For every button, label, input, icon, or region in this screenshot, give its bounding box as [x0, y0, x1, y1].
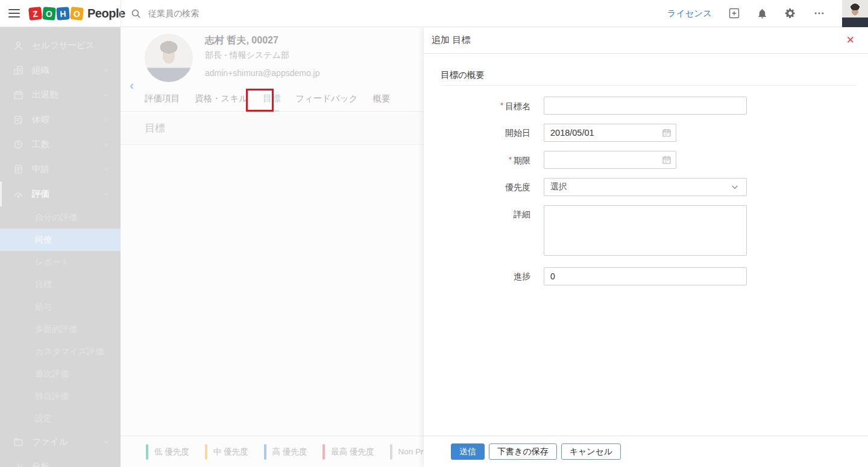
notifications-icon[interactable]	[756, 8, 768, 19]
license-link[interactable]: ライセンス	[667, 8, 712, 19]
field-label: 進捗	[424, 267, 530, 285]
required-asterisk: *	[509, 155, 512, 164]
priority-select[interactable]: 選択	[544, 178, 747, 196]
add-icon[interactable]	[728, 7, 740, 19]
sidebar-subitem[interactable]: 独自評価	[0, 385, 121, 407]
details-textarea[interactable]	[544, 205, 747, 256]
legend-item: 中 優先度	[205, 444, 248, 460]
topbar: ZOHO People ライセンス	[0, 0, 868, 27]
sidebar-item-label: 休暇	[32, 114, 49, 125]
sidebar-item[interactable]: 申請	[0, 157, 121, 182]
sidebar-subitem[interactable]: 目標	[0, 273, 121, 296]
sidebar-item[interactable]: セルフサービス	[0, 33, 121, 58]
priority-legend: 低 優先度中 優先度高 優先度最高 優先度Non Priority	[121, 436, 424, 467]
sidebar-subitem[interactable]: カスタマイズ評価	[0, 340, 121, 363]
sidebar-item[interactable]: 工数	[0, 132, 121, 157]
search-icon	[131, 8, 141, 19]
search-input[interactable]	[148, 8, 401, 18]
sidebar-item-label: ファイル	[32, 436, 68, 448]
tab[interactable]: 目標	[263, 86, 280, 112]
chevron-down-icon	[103, 67, 110, 74]
calendar-icon[interactable]	[662, 128, 671, 138]
sidebar-item-label: 申請	[32, 164, 49, 175]
logo-letter: Z	[28, 6, 42, 20]
goal-summary-heading: 目標の概要	[441, 69, 856, 86]
sidebar-item-label: 分析	[32, 461, 49, 467]
chevron-down-icon	[103, 92, 110, 98]
field-label: 開始日	[424, 124, 530, 142]
legend-item: 高 優先度	[264, 444, 307, 460]
zoho-people-logo[interactable]: ZOHO People	[29, 7, 121, 21]
employee-name: 志村 哲夫, 00027	[205, 34, 278, 47]
button[interactable]: キャンセル	[561, 443, 621, 460]
date-input[interactable]	[544, 151, 676, 169]
sidebar-item-label: 組織	[32, 65, 49, 76]
person-icon	[13, 40, 24, 51]
attendance-icon	[13, 90, 24, 101]
sidebar-subitem[interactable]: 設定	[0, 407, 121, 430]
field-control	[544, 205, 747, 258]
legend-item: 低 優先度	[146, 444, 189, 460]
sidebar-item-label: セルフサービス	[32, 40, 95, 51]
tab[interactable]: 資格・スキル	[195, 86, 248, 112]
files-icon	[13, 437, 24, 448]
hamburger-menu-icon[interactable]	[0, 0, 28, 27]
close-icon[interactable]: ✕	[846, 35, 855, 45]
building-icon	[13, 65, 24, 76]
field-control	[544, 151, 676, 169]
sidebar-item[interactable]: 分析	[0, 454, 121, 467]
field-label: *期限	[424, 151, 530, 169]
form-row: 優先度選択	[424, 178, 868, 196]
user-avatar[interactable]	[842, 0, 868, 27]
panel-title: 追加 目標	[432, 34, 470, 46]
legend-item: 最高 優先度	[322, 444, 374, 460]
form-row: 開始日	[424, 124, 868, 142]
employee-search	[121, 0, 422, 27]
chevron-down-icon	[103, 141, 110, 148]
timer-icon	[13, 139, 24, 150]
text-input[interactable]	[544, 267, 747, 285]
text-input[interactable]	[544, 97, 747, 115]
employee-goals-page: ‹ 志村 哲夫, 00027 部長 - 情報システム部 admin+shimur…	[121, 27, 424, 467]
topbar-actions: ライセンス	[667, 0, 868, 27]
date-input[interactable]	[544, 124, 676, 142]
calendar-icon[interactable]	[662, 155, 671, 165]
sidebar-item-label: 評価	[32, 188, 49, 200]
sidebar-item[interactable]: 組織	[0, 58, 121, 83]
submit-button[interactable]: 送信	[451, 443, 485, 460]
legend-color-bar	[264, 444, 266, 460]
logo-product-name: People	[87, 7, 125, 21]
legend-label: 中 優先度	[213, 446, 248, 457]
sidebar-subitem[interactable]: 給与	[0, 296, 121, 318]
legend-color-bar	[146, 444, 148, 460]
employee-role: 部長 - 情報システム部	[205, 50, 289, 61]
employee-email: admin+shimura@appsdemo.jp	[205, 68, 319, 78]
chevron-down-icon	[731, 183, 739, 191]
sidebar-subitem[interactable]: 自分の評価	[0, 206, 121, 229]
add-goal-panel: 追加 目標 ✕ 目標の概要 *目標名開始日*期限優先度選択詳細進捗 送信下書きの…	[424, 27, 868, 467]
tab[interactable]: フィードバック	[295, 86, 358, 112]
sidebar-item[interactable]: 出退勤	[0, 83, 121, 107]
sidebar-subitem[interactable]: レポート	[0, 251, 121, 273]
sidebar-item[interactable]: 休暇	[0, 107, 121, 132]
button[interactable]: 下書きの保存	[489, 443, 557, 460]
field-control	[544, 97, 747, 115]
more-icon[interactable]	[813, 7, 826, 19]
goal-form: *目標名開始日*期限優先度選択詳細進捗	[424, 97, 868, 285]
settings-icon[interactable]	[784, 7, 796, 19]
select-value: 選択	[550, 182, 567, 192]
chevron-down-icon	[103, 116, 110, 123]
field-label: 優先度	[424, 178, 530, 196]
sidebar-item[interactable]: 評価	[0, 182, 121, 206]
sidebar-item[interactable]: ファイル	[0, 430, 121, 454]
legend-label: 低 優先度	[154, 446, 189, 457]
panel-body: 目標の概要 *目標名開始日*期限優先度選択詳細進捗	[424, 54, 868, 436]
form-row: *期限	[424, 151, 868, 169]
tab[interactable]: 概要	[373, 86, 391, 112]
sidebar-subitem[interactable]: 同僚	[0, 229, 121, 251]
sidebar-subitem[interactable]: 多面的評価	[0, 318, 121, 340]
field-label: 詳細	[424, 205, 530, 258]
tab[interactable]: 評価項目	[145, 86, 180, 112]
sidebar-subitem[interactable]: 週次評価	[0, 363, 121, 385]
legend-label: 高 優先度	[272, 446, 307, 457]
